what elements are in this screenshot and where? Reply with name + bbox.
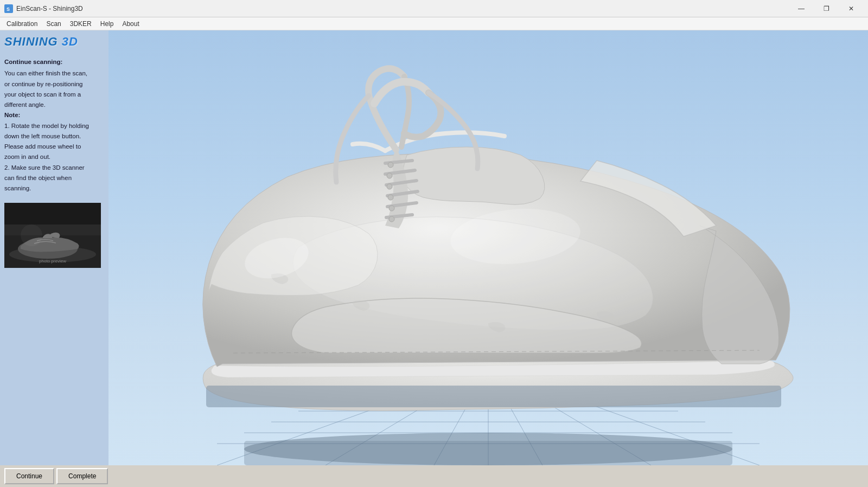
logo: SHINING 3D xyxy=(4,35,104,49)
menu-3dker[interactable]: 3DKER xyxy=(66,19,96,29)
svg-point-7 xyxy=(21,225,42,246)
window-title: EinScan-S - Shining3D xyxy=(16,5,83,12)
svg-rect-38 xyxy=(206,386,781,407)
instructions-line-6: down the left mouse button. xyxy=(4,132,104,141)
svg-point-32 xyxy=(388,162,393,168)
instructions-line-7: Please add mouse wheel to xyxy=(4,142,104,151)
instructions-line-11: scanning. xyxy=(4,184,104,193)
menu-calibration[interactable]: Calibration xyxy=(2,19,42,29)
thumbnail-area: photo preview xyxy=(4,203,101,268)
continue-button[interactable]: Continue xyxy=(4,468,54,484)
svg-text:photo preview: photo preview xyxy=(39,259,66,264)
instructions-line-2: or continue by re-positioning xyxy=(4,80,104,89)
svg-point-35 xyxy=(388,195,393,200)
instructions-line-3: your object to scan it from a xyxy=(4,90,104,99)
svg-text:S: S xyxy=(7,7,10,12)
main-layout: SHINING 3D Continue scanning: You can ei… xyxy=(0,30,868,465)
instructions-line-4: different angle. xyxy=(4,100,104,110)
menu-about[interactable]: About xyxy=(118,19,143,29)
close-button[interactable]: ✕ xyxy=(839,0,864,17)
left-panel: SHINING 3D Continue scanning: You can ei… xyxy=(0,30,108,465)
app-icon: S xyxy=(4,4,13,13)
instructions-heading: Continue scanning: xyxy=(4,57,104,67)
minimize-button[interactable]: — xyxy=(789,0,814,17)
menu-bar: Calibration Scan 3DKER Help About xyxy=(0,17,868,30)
instructions-area: Continue scanning: You can either finish… xyxy=(4,57,104,194)
window-controls[interactable]: — ❐ ✕ xyxy=(789,0,864,17)
instructions-note: Note: xyxy=(4,111,104,120)
instructions-line-10: can find the object when xyxy=(4,174,104,183)
svg-point-37 xyxy=(389,216,394,222)
svg-point-36 xyxy=(389,206,394,211)
shoe-3d-model xyxy=(108,30,868,465)
complete-button[interactable]: Complete xyxy=(56,468,108,484)
thumbnail-image: photo preview xyxy=(4,203,101,268)
maximize-button[interactable]: ❐ xyxy=(814,0,839,17)
bottom-bar: Continue Complete xyxy=(0,465,868,487)
instructions-line-8: zoom in and out. xyxy=(4,152,104,162)
svg-point-34 xyxy=(387,184,392,189)
viewport[interactable]: .grid-line { stroke: rgba(100,130,160,0.… xyxy=(108,30,868,465)
instructions-line-1: You can either finish the scan, xyxy=(4,69,104,78)
title-bar-left: S EinScan-S - Shining3D xyxy=(4,4,83,13)
svg-point-33 xyxy=(387,173,392,178)
title-bar: S EinScan-S - Shining3D — ❐ ✕ xyxy=(0,0,868,17)
logo-area: SHINING 3D xyxy=(4,35,104,49)
instructions-line-9: 2. Make sure the 3D scanner xyxy=(4,163,104,172)
menu-scan[interactable]: Scan xyxy=(42,19,65,29)
menu-help[interactable]: Help xyxy=(96,19,118,29)
instructions-line-5: 1. Rotate the model by holding xyxy=(4,121,104,131)
